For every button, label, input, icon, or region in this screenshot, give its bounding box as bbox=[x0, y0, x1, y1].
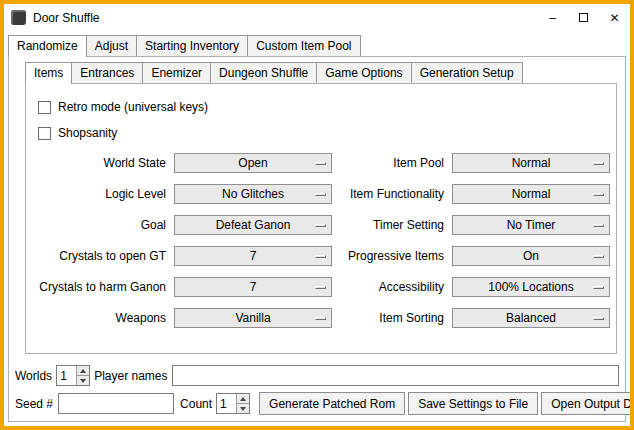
item-pool-dropdown[interactable]: Normal bbox=[452, 153, 610, 173]
shopsanity-label: Shopsanity bbox=[58, 126, 117, 140]
count-spin-up-button[interactable] bbox=[237, 394, 249, 403]
item-functionality-label: Item Functionality bbox=[340, 184, 444, 204]
sub-tab-bar: Items Entrances Enemizer Dungeon Shuffle… bbox=[25, 62, 625, 83]
close-icon: ✕ bbox=[609, 11, 619, 25]
window-controls: – ✕ bbox=[537, 4, 630, 31]
tab-game-options[interactable]: Game Options bbox=[316, 62, 411, 83]
weapons-value: Vanilla bbox=[235, 311, 270, 325]
tab-items[interactable]: Items bbox=[25, 62, 72, 84]
accessibility-dropdown[interactable]: 100% Locations bbox=[452, 277, 610, 297]
timer-setting-label: Timer Setting bbox=[340, 215, 444, 235]
seed-row: Seed # Count Generate Patched Rom Save S… bbox=[15, 392, 619, 415]
spin-down-icon bbox=[240, 407, 246, 411]
shopsanity-checkbox[interactable] bbox=[38, 127, 51, 140]
tab-generation-setup[interactable]: Generation Setup bbox=[411, 62, 523, 83]
world-state-label: World State bbox=[38, 153, 166, 173]
maximize-button[interactable] bbox=[568, 4, 599, 31]
count-spinner bbox=[216, 393, 250, 414]
worlds-spin-down-button[interactable] bbox=[77, 375, 89, 385]
item-functionality-dropdown[interactable]: Normal bbox=[452, 184, 610, 204]
dropdown-indicator-icon bbox=[315, 286, 326, 289]
tab-randomize[interactable]: Randomize bbox=[8, 35, 87, 57]
app-icon bbox=[11, 10, 26, 25]
shopsanity-row: Shopsanity bbox=[38, 123, 616, 143]
dropdown-indicator-icon bbox=[315, 162, 326, 165]
spin-up-icon bbox=[240, 397, 246, 401]
crystals-harm-ganon-value: 7 bbox=[250, 280, 257, 294]
retro-mode-label: Retro mode (universal keys) bbox=[58, 100, 208, 114]
titlebar: Door Shuffle – ✕ bbox=[4, 4, 630, 31]
retro-mode-row: Retro mode (universal keys) bbox=[38, 97, 616, 117]
dropdown-indicator-icon bbox=[593, 255, 604, 258]
player-names-label: Player names bbox=[94, 369, 167, 383]
generate-patched-rom-button[interactable]: Generate Patched Rom bbox=[259, 392, 405, 415]
dropdown-indicator-icon bbox=[593, 224, 604, 227]
worlds-input[interactable] bbox=[57, 366, 76, 385]
item-pool-value: Normal bbox=[512, 156, 551, 170]
timer-setting-dropdown[interactable]: No Timer bbox=[452, 215, 610, 235]
dropdown-indicator-icon bbox=[593, 317, 604, 320]
dropdown-indicator-icon bbox=[593, 286, 604, 289]
item-sorting-label: Item Sorting bbox=[340, 308, 444, 328]
dropdown-indicator-icon bbox=[315, 224, 326, 227]
item-functionality-value: Normal bbox=[512, 187, 551, 201]
tab-custom-item-pool[interactable]: Custom Item Pool bbox=[247, 35, 360, 56]
maximize-icon bbox=[579, 13, 588, 22]
weapons-label: Weapons bbox=[38, 308, 166, 328]
minimize-button[interactable]: – bbox=[537, 4, 568, 31]
item-sorting-value: Balanced bbox=[506, 311, 556, 325]
crystals-open-gt-value: 7 bbox=[250, 249, 257, 263]
main-tab-bar: Randomize Adjust Starting Inventory Cust… bbox=[8, 35, 630, 56]
dropdown-indicator-icon bbox=[315, 193, 326, 196]
tab-adjust[interactable]: Adjust bbox=[86, 35, 137, 56]
accessibility-value: 100% Locations bbox=[488, 280, 573, 294]
tab-entrances[interactable]: Entrances bbox=[71, 62, 143, 83]
logic-level-label: Logic Level bbox=[38, 184, 166, 204]
seed-input[interactable] bbox=[58, 393, 174, 414]
worlds-spin-arrows bbox=[76, 366, 89, 385]
item-pool-label: Item Pool bbox=[340, 153, 444, 173]
accessibility-label: Accessibility bbox=[340, 277, 444, 297]
progressive-items-label: Progressive Items bbox=[340, 246, 444, 266]
items-tab-panel: Retro mode (universal keys) Shopsanity W… bbox=[25, 83, 617, 354]
world-state-value: Open bbox=[238, 156, 267, 170]
item-sorting-dropdown[interactable]: Balanced bbox=[452, 308, 610, 328]
goal-label: Goal bbox=[38, 215, 166, 235]
timer-setting-value: No Timer bbox=[507, 218, 556, 232]
goal-value: Defeat Ganon bbox=[216, 218, 291, 232]
progressive-items-dropdown[interactable]: On bbox=[452, 246, 610, 266]
count-input[interactable] bbox=[217, 394, 236, 413]
crystals-open-gt-dropdown[interactable]: 7 bbox=[174, 246, 332, 266]
worlds-row: Worlds Player names bbox=[15, 364, 619, 387]
spin-down-icon bbox=[80, 379, 86, 383]
window-title: Door Shuffle bbox=[33, 11, 100, 25]
dropdown-indicator-icon bbox=[593, 193, 604, 196]
player-names-input[interactable] bbox=[172, 365, 620, 386]
worlds-spinner bbox=[56, 365, 90, 386]
count-spin-arrows bbox=[236, 394, 249, 413]
tab-dungeon-shuffle[interactable]: Dungeon Shuffle bbox=[210, 62, 317, 83]
goal-dropdown[interactable]: Defeat Ganon bbox=[174, 215, 332, 235]
worlds-label: Worlds bbox=[15, 369, 52, 383]
dropdown-indicator-icon bbox=[315, 255, 326, 258]
logic-level-dropdown[interactable]: No Glitches bbox=[174, 184, 332, 204]
dropdown-indicator-icon bbox=[315, 317, 326, 320]
progressive-items-value: On bbox=[523, 249, 539, 263]
tab-enemizer[interactable]: Enemizer bbox=[142, 62, 211, 83]
tab-starting-inventory[interactable]: Starting Inventory bbox=[136, 35, 248, 56]
count-spin-down-button[interactable] bbox=[237, 403, 249, 413]
world-state-dropdown[interactable]: Open bbox=[174, 153, 332, 173]
crystals-harm-ganon-dropdown[interactable]: 7 bbox=[174, 277, 332, 297]
open-output-directory-button[interactable]: Open Output Directory bbox=[541, 392, 634, 415]
count-label: Count bbox=[180, 397, 212, 411]
retro-mode-checkbox[interactable] bbox=[38, 101, 51, 114]
weapons-dropdown[interactable]: Vanilla bbox=[174, 308, 332, 328]
window: Door Shuffle – ✕ Randomize Adjust Starti… bbox=[0, 0, 634, 430]
dropdown-indicator-icon bbox=[593, 162, 604, 165]
worlds-spin-up-button[interactable] bbox=[77, 366, 89, 375]
footer: Worlds Player names Seed # Count bbox=[9, 360, 625, 421]
close-button[interactable]: ✕ bbox=[599, 4, 630, 31]
save-settings-button[interactable]: Save Settings to File bbox=[408, 392, 538, 415]
settings-grid: World State Open Item Pool Normal Logic … bbox=[38, 153, 616, 328]
minimize-icon: – bbox=[549, 11, 556, 25]
